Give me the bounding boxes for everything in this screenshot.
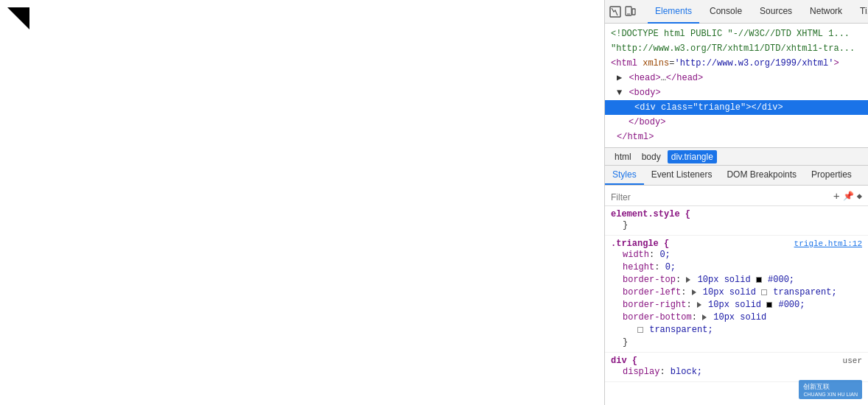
css-prop-border-right: border-right: 10px solid #000; bbox=[611, 299, 862, 311]
triangle-shape bbox=[7, 7, 29, 29]
css-selector-line-triangle: .triangle { trigle.html:12 bbox=[611, 239, 862, 249]
filter-input[interactable] bbox=[611, 192, 829, 202]
devtools-toolbar: Elements Console Sources Network Ti... bbox=[605, 0, 868, 24]
html-tree: <!DOCTYPE html PUBLIC "-//W3C//DTD XHTML… bbox=[605, 24, 868, 148]
css-selector-div: div { bbox=[611, 356, 637, 366]
border-left-swatch[interactable] bbox=[761, 289, 767, 295]
preview-area bbox=[0, 0, 604, 405]
border-bottom-arrow[interactable] bbox=[702, 314, 707, 320]
tab-elements[interactable]: Elements bbox=[648, 0, 699, 24]
css-selector-element-style: element.style { bbox=[611, 209, 690, 219]
breadcrumb-div-triangle[interactable]: div.triangle bbox=[668, 150, 717, 163]
css-prop-border-left: border-left: 10px solid transparent; bbox=[611, 286, 862, 299]
tree-line-close-body: </body> bbox=[605, 115, 868, 130]
css-block-triangle: .triangle { trigle.html:12 width: 0; hei… bbox=[605, 236, 868, 353]
triangle-expand-body[interactable]: ▼ bbox=[617, 86, 622, 99]
styles-content: + 📌 ◆ element.style { } .triangle { trig… bbox=[605, 186, 868, 405]
border-right-swatch[interactable] bbox=[766, 302, 772, 308]
css-prop-width: width: 0; bbox=[611, 249, 862, 261]
css-prop-border-top: border-top: 10px solid #000; bbox=[611, 274, 862, 286]
css-selector-triangle: .triangle { bbox=[611, 239, 669, 249]
css-close-element-style: } bbox=[611, 219, 862, 232]
devtools-panel: Elements Console Sources Network Ti... <… bbox=[604, 0, 868, 405]
border-right-arrow[interactable] bbox=[697, 302, 701, 308]
tree-line-doctype1: <!DOCTYPE html PUBLIC "-//W3C//DTD XHTML… bbox=[605, 27, 868, 41]
border-top-swatch[interactable] bbox=[756, 277, 762, 283]
border-top-arrow[interactable] bbox=[686, 277, 690, 283]
css-file-link-triangle[interactable]: trigle.html:12 bbox=[794, 239, 862, 248]
tab-sources[interactable]: Sources bbox=[752, 0, 799, 24]
css-prop-border-bottom-value: transparent; bbox=[611, 324, 862, 337]
watermark-line2: CHUANG XIN HU LIAN bbox=[803, 392, 858, 397]
device-icon[interactable] bbox=[624, 5, 636, 18]
tree-line-div-triangle[interactable]: <div class="triangle"></div> bbox=[605, 100, 868, 115]
css-selector-line-div: div { user bbox=[611, 356, 862, 366]
css-block-element-style: element.style { } bbox=[605, 206, 868, 236]
css-block-div: div { user display: block; bbox=[605, 353, 868, 382]
styles-tab-properties[interactable]: Properties bbox=[804, 166, 859, 185]
inspect-icon[interactable] bbox=[609, 5, 621, 18]
watermark-line1: 创新互联 bbox=[803, 382, 858, 392]
breadcrumb-body[interactable]: body bbox=[638, 150, 665, 163]
css-prop-display: display: block; bbox=[611, 366, 862, 378]
filter-icons: + 📌 ◆ bbox=[833, 191, 862, 203]
css-prop-border-bottom: border-bottom: 10px solid bbox=[611, 311, 862, 324]
watermark: 创新互联 CHUANG XIN HU LIAN bbox=[799, 380, 862, 399]
tree-line-doctype2: "http://www.w3.org/TR/xhtml1/DTD/xhtml1-… bbox=[605, 41, 868, 56]
styles-tab-styles[interactable]: Styles bbox=[605, 166, 644, 185]
css-source-user: user bbox=[843, 356, 862, 365]
border-bottom-swatch[interactable] bbox=[637, 327, 643, 333]
pin-style-icon[interactable]: 📌 bbox=[843, 191, 854, 203]
tab-timeline[interactable]: Ti... bbox=[853, 0, 868, 24]
add-style-icon[interactable]: + bbox=[833, 191, 840, 203]
svg-rect-2 bbox=[632, 9, 635, 15]
filter-bar: + 📌 ◆ bbox=[605, 189, 868, 206]
breadcrumb-html[interactable]: html bbox=[611, 150, 635, 163]
color-icon[interactable]: ◆ bbox=[857, 191, 862, 203]
tree-line-body[interactable]: ▼ <body> bbox=[605, 85, 868, 100]
border-left-arrow[interactable] bbox=[692, 289, 696, 295]
styles-tab-dom-breakpoints[interactable]: DOM Breakpoints bbox=[719, 166, 804, 185]
tree-line-close-html: </html> bbox=[605, 130, 868, 144]
tree-line-html: <html xmlns='http://www.w3.org/1999/xhtm… bbox=[605, 56, 868, 71]
css-prop-height: height: 0; bbox=[611, 261, 862, 274]
styles-tab-event-listeners[interactable]: Event Listeners bbox=[644, 166, 720, 185]
styles-panel-tabs: Styles Event Listeners DOM Breakpoints P… bbox=[605, 166, 868, 186]
tab-network[interactable]: Network bbox=[802, 0, 850, 24]
triangle-expand-head[interactable]: ▶ bbox=[617, 71, 622, 85]
breadcrumb-bar: html body div.triangle bbox=[605, 148, 868, 166]
tree-line-head[interactable]: ▶ <head>…</head> bbox=[605, 71, 868, 85]
tab-console[interactable]: Console bbox=[702, 0, 749, 24]
css-close-triangle: } bbox=[611, 337, 862, 349]
